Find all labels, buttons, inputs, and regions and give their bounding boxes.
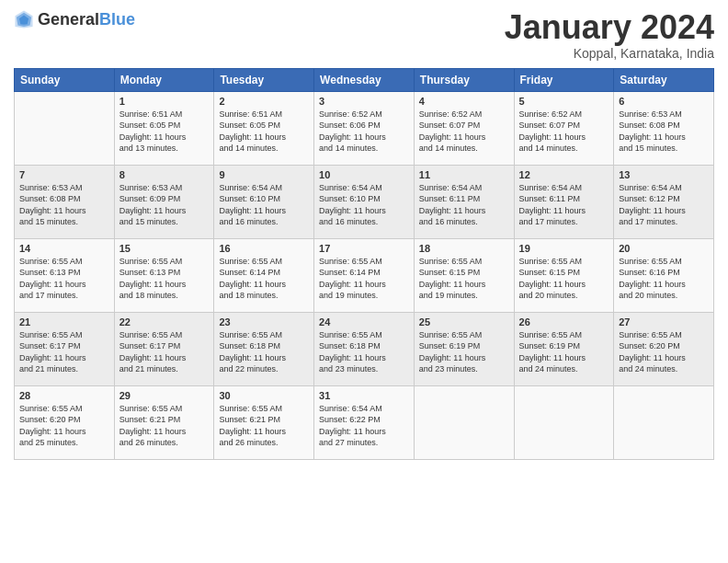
day-number: 4 <box>419 96 509 107</box>
day-number: 5 <box>519 96 609 107</box>
calendar-cell: 3Sunrise: 6:52 AM Sunset: 6:06 PM Daylig… <box>314 91 415 165</box>
calendar-cell: 5Sunrise: 6:52 AM Sunset: 6:07 PM Daylig… <box>514 91 614 165</box>
calendar-cell: 13Sunrise: 6:54 AM Sunset: 6:12 PM Dayli… <box>614 165 714 238</box>
calendar-cell: 4Sunrise: 6:52 AM Sunset: 6:07 PM Daylig… <box>414 91 514 165</box>
day-info: Sunrise: 6:55 AM Sunset: 6:13 PM Dayligh… <box>19 256 109 302</box>
title-section: January 2024 Koppal, Karnataka, India <box>505 9 714 61</box>
weekday-friday: Friday <box>514 68 614 91</box>
day-number: 25 <box>419 316 509 327</box>
calendar-cell: 1Sunrise: 6:51 AM Sunset: 6:05 PM Daylig… <box>114 91 214 165</box>
day-number: 2 <box>219 96 309 107</box>
generalblue-icon <box>14 9 34 29</box>
calendar-cell: 31Sunrise: 6:54 AM Sunset: 6:22 PM Dayli… <box>314 385 415 459</box>
weekday-wednesday: Wednesday <box>314 68 415 91</box>
day-number: 21 <box>19 316 109 327</box>
day-info: Sunrise: 6:55 AM Sunset: 6:17 PM Dayligh… <box>19 329 109 375</box>
logo-blue: Blue <box>99 10 135 29</box>
calendar-cell: 6Sunrise: 6:53 AM Sunset: 6:08 PM Daylig… <box>614 91 714 165</box>
day-info: Sunrise: 6:54 AM Sunset: 6:11 PM Dayligh… <box>419 182 509 228</box>
calendar-cell: 24Sunrise: 6:55 AM Sunset: 6:18 PM Dayli… <box>314 312 415 385</box>
calendar-cell: 30Sunrise: 6:55 AM Sunset: 6:21 PM Dayli… <box>214 385 314 459</box>
calendar-cell: 22Sunrise: 6:55 AM Sunset: 6:17 PM Dayli… <box>114 312 214 385</box>
day-info: Sunrise: 6:55 AM Sunset: 6:21 PM Dayligh… <box>119 403 210 449</box>
day-info: Sunrise: 6:55 AM Sunset: 6:17 PM Dayligh… <box>119 329 210 375</box>
calendar-cell: 17Sunrise: 6:55 AM Sunset: 6:14 PM Dayli… <box>314 238 415 312</box>
calendar-cell: 23Sunrise: 6:55 AM Sunset: 6:18 PM Dayli… <box>214 312 314 385</box>
day-number: 12 <box>519 169 609 180</box>
calendar-cell: 16Sunrise: 6:55 AM Sunset: 6:14 PM Dayli… <box>214 238 314 312</box>
calendar-cell: 29Sunrise: 6:55 AM Sunset: 6:21 PM Dayli… <box>114 385 214 459</box>
calendar-cell: 19Sunrise: 6:55 AM Sunset: 6:15 PM Dayli… <box>514 238 614 312</box>
week-row-1: 1Sunrise: 6:51 AM Sunset: 6:05 PM Daylig… <box>15 91 714 165</box>
day-number: 7 <box>19 169 109 180</box>
weekday-sunday: Sunday <box>15 68 115 91</box>
weekday-saturday: Saturday <box>614 68 714 91</box>
header: GeneralBlue January 2024 Koppal, Karnata… <box>14 9 714 61</box>
day-info: Sunrise: 6:55 AM Sunset: 6:14 PM Dayligh… <box>219 256 309 302</box>
calendar-cell: 7Sunrise: 6:53 AM Sunset: 6:08 PM Daylig… <box>15 165 115 238</box>
day-number: 13 <box>619 169 709 180</box>
day-number: 18 <box>419 243 509 254</box>
calendar-cell <box>414 385 514 459</box>
calendar-cell: 18Sunrise: 6:55 AM Sunset: 6:15 PM Dayli… <box>414 238 514 312</box>
day-number: 19 <box>519 243 609 254</box>
day-number: 1 <box>119 96 210 107</box>
calendar-cell: 8Sunrise: 6:53 AM Sunset: 6:09 PM Daylig… <box>114 165 214 238</box>
day-number: 27 <box>619 316 709 327</box>
day-info: Sunrise: 6:54 AM Sunset: 6:10 PM Dayligh… <box>319 182 409 228</box>
day-info: Sunrise: 6:55 AM Sunset: 6:15 PM Dayligh… <box>419 256 509 302</box>
calendar-cell: 26Sunrise: 6:55 AM Sunset: 6:19 PM Dayli… <box>514 312 614 385</box>
calendar-cell: 25Sunrise: 6:55 AM Sunset: 6:19 PM Dayli… <box>414 312 514 385</box>
day-info: Sunrise: 6:53 AM Sunset: 6:09 PM Dayligh… <box>119 182 210 228</box>
day-info: Sunrise: 6:52 AM Sunset: 6:07 PM Dayligh… <box>419 109 509 155</box>
day-info: Sunrise: 6:54 AM Sunset: 6:10 PM Dayligh… <box>219 182 309 228</box>
day-info: Sunrise: 6:55 AM Sunset: 6:16 PM Dayligh… <box>619 256 709 302</box>
calendar-cell <box>15 91 115 165</box>
logo-text: GeneralBlue <box>38 10 135 29</box>
day-info: Sunrise: 6:52 AM Sunset: 6:06 PM Dayligh… <box>319 109 409 155</box>
calendar-cell <box>614 385 714 459</box>
day-number: 3 <box>319 96 409 107</box>
calendar-cell: 15Sunrise: 6:55 AM Sunset: 6:13 PM Dayli… <box>114 238 214 312</box>
month-title: January 2024 <box>505 9 714 46</box>
day-info: Sunrise: 6:55 AM Sunset: 6:14 PM Dayligh… <box>319 256 409 302</box>
day-info: Sunrise: 6:55 AM Sunset: 6:18 PM Dayligh… <box>219 329 309 375</box>
day-info: Sunrise: 6:54 AM Sunset: 6:22 PM Dayligh… <box>319 403 409 449</box>
week-row-2: 7Sunrise: 6:53 AM Sunset: 6:08 PM Daylig… <box>15 165 714 238</box>
calendar-cell <box>514 385 614 459</box>
day-number: 28 <box>19 390 109 401</box>
logo-general: General <box>38 10 99 29</box>
day-info: Sunrise: 6:55 AM Sunset: 6:19 PM Dayligh… <box>419 329 509 375</box>
week-row-5: 28Sunrise: 6:55 AM Sunset: 6:20 PM Dayli… <box>15 385 714 459</box>
calendar-cell: 9Sunrise: 6:54 AM Sunset: 6:10 PM Daylig… <box>214 165 314 238</box>
weekday-monday: Monday <box>114 68 214 91</box>
calendar-table: SundayMondayTuesdayWednesdayThursdayFrid… <box>14 68 714 460</box>
calendar-cell: 14Sunrise: 6:55 AM Sunset: 6:13 PM Dayli… <box>15 238 115 312</box>
day-number: 30 <box>219 390 309 401</box>
day-info: Sunrise: 6:51 AM Sunset: 6:05 PM Dayligh… <box>219 109 309 155</box>
day-number: 14 <box>19 243 109 254</box>
day-number: 22 <box>119 316 210 327</box>
calendar-cell: 20Sunrise: 6:55 AM Sunset: 6:16 PM Dayli… <box>614 238 714 312</box>
week-row-4: 21Sunrise: 6:55 AM Sunset: 6:17 PM Dayli… <box>15 312 714 385</box>
calendar-cell: 21Sunrise: 6:55 AM Sunset: 6:17 PM Dayli… <box>15 312 115 385</box>
day-number: 16 <box>219 243 309 254</box>
weekday-header-row: SundayMondayTuesdayWednesdayThursdayFrid… <box>15 68 714 91</box>
day-number: 6 <box>619 96 709 107</box>
day-info: Sunrise: 6:55 AM Sunset: 6:20 PM Dayligh… <box>619 329 709 375</box>
day-info: Sunrise: 6:55 AM Sunset: 6:13 PM Dayligh… <box>119 256 210 302</box>
day-info: Sunrise: 6:54 AM Sunset: 6:12 PM Dayligh… <box>619 182 709 228</box>
day-info: Sunrise: 6:55 AM Sunset: 6:19 PM Dayligh… <box>519 329 609 375</box>
location: Koppal, Karnataka, India <box>505 46 714 61</box>
week-row-3: 14Sunrise: 6:55 AM Sunset: 6:13 PM Dayli… <box>15 238 714 312</box>
calendar-cell: 2Sunrise: 6:51 AM Sunset: 6:05 PM Daylig… <box>214 91 314 165</box>
calendar-cell: 27Sunrise: 6:55 AM Sunset: 6:20 PM Dayli… <box>614 312 714 385</box>
day-number: 10 <box>319 169 409 180</box>
day-number: 24 <box>319 316 409 327</box>
day-info: Sunrise: 6:55 AM Sunset: 6:18 PM Dayligh… <box>319 329 409 375</box>
day-info: Sunrise: 6:52 AM Sunset: 6:07 PM Dayligh… <box>519 109 609 155</box>
day-number: 15 <box>119 243 210 254</box>
day-number: 31 <box>319 390 409 401</box>
day-number: 11 <box>419 169 509 180</box>
calendar-cell: 10Sunrise: 6:54 AM Sunset: 6:10 PM Dayli… <box>314 165 415 238</box>
